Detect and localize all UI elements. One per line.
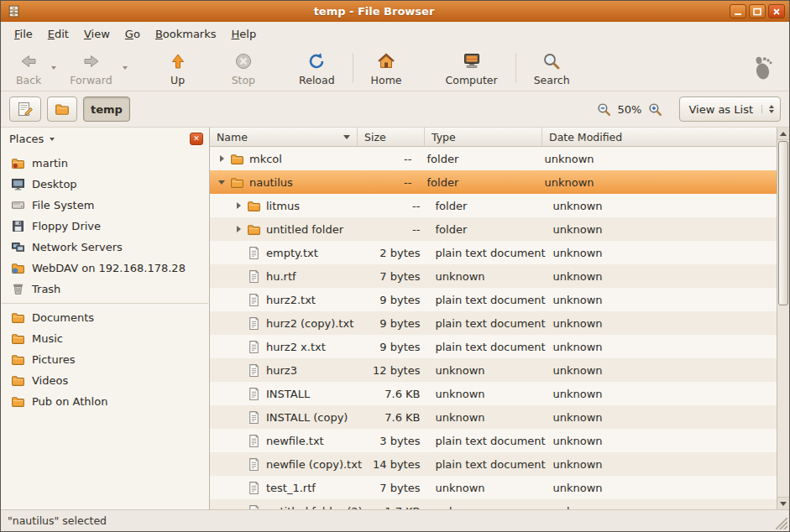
webdav-icon <box>11 261 25 275</box>
file-type: plain text document <box>429 247 547 259</box>
file-row[interactable]: INSTALL7.6 KBunknownunknown <box>210 382 777 405</box>
menu-view[interactable]: View <box>76 23 118 44</box>
computer-button[interactable]: Computer <box>437 47 506 89</box>
back-icon <box>18 50 39 73</box>
sidebar-item[interactable]: Documents <box>1 307 209 328</box>
back-history-dropdown[interactable] <box>50 47 61 89</box>
file-row[interactable]: newfile.txt3 bytesplain text documentunk… <box>210 429 777 452</box>
expander-collapsed-icon[interactable] <box>215 155 228 162</box>
file-icon <box>247 246 261 260</box>
titlebar[interactable]: temp - File Browser <box>1 1 789 22</box>
file-row[interactable]: untitled folder--folderunknown <box>210 217 777 241</box>
file-size: 7 bytes <box>362 270 429 283</box>
file-row[interactable]: hurz312 bytesunknownunknown <box>210 358 777 382</box>
vertical-scrollbar <box>777 128 789 509</box>
search-button[interactable]: Search <box>526 47 578 89</box>
file-date-modified: unknown <box>547 317 777 330</box>
zoom-in-button[interactable] <box>648 102 662 117</box>
file-row[interactable]: newfile (copy).txt14 bytesplain text doc… <box>210 452 777 476</box>
path-button-current[interactable]: temp <box>83 96 130 122</box>
sidebar-item[interactable]: Music <box>1 328 209 349</box>
forward-button[interactable]: Forward <box>61 47 120 89</box>
sort-descending-icon <box>343 135 350 139</box>
file-row[interactable]: nautilus--folderunknown <box>210 170 777 194</box>
file-type: unknown <box>429 270 547 283</box>
scroll-up-button[interactable] <box>777 128 789 140</box>
file-icon <box>247 457 261 472</box>
column-header-size[interactable]: Size <box>358 128 425 146</box>
minimize-button[interactable] <box>730 4 746 18</box>
zoom-in-icon <box>648 102 662 117</box>
file-row[interactable]: hurz2 x.txt9 bytesplain text documentunk… <box>210 335 777 358</box>
zoom-out-button[interactable] <box>597 102 611 117</box>
sidebar-item[interactable]: Pictures <box>1 349 209 370</box>
sidebar-item[interactable]: File System <box>1 195 209 216</box>
expander-collapsed-icon[interactable] <box>232 226 245 232</box>
expander-expanded-icon[interactable] <box>215 180 228 185</box>
file-row[interactable]: untitled folder (2)1.7 KBunknownunknown <box>210 499 777 509</box>
folder-icon <box>55 102 70 117</box>
resize-grip[interactable] <box>776 518 787 529</box>
scrollbar-track[interactable] <box>777 140 789 497</box>
sidebar-item[interactable]: Floppy Drive <box>1 216 209 237</box>
folder-icon <box>11 331 25 346</box>
scrollbar-thumb[interactable] <box>778 141 788 305</box>
file-row[interactable]: hurz2 (copy).txt9 bytesplain text docume… <box>210 311 777 335</box>
file-row[interactable]: hurz2.txt9 bytesplain text documentunkno… <box>210 288 777 311</box>
menu-bookmarks[interactable]: Bookmarks <box>148 23 224 44</box>
file-name: mkcol <box>249 153 282 165</box>
column-header-name[interactable]: Name <box>210 128 358 146</box>
sidebar-close-button[interactable]: ✕ <box>190 133 203 145</box>
file-size: 12 bytes <box>362 364 429 377</box>
column-header-date-modified[interactable]: Date Modified <box>542 128 777 146</box>
close-button[interactable] <box>768 4 785 18</box>
expander-collapsed-icon[interactable] <box>232 202 245 209</box>
stop-button[interactable]: Stop <box>223 47 264 89</box>
file-row[interactable]: test_1.rtf7 bytesunknownunknown <box>210 476 777 499</box>
file-row[interactable]: INSTALL (copy)7.6 KBunknownunknown <box>210 405 777 429</box>
file-row[interactable]: empty.txt2 bytesplain text documentunkno… <box>210 241 777 264</box>
throbber-icon <box>746 47 782 89</box>
view-mode-select[interactable]: View as List <box>679 96 781 122</box>
scroll-down-button[interactable] <box>777 497 789 509</box>
reload-button[interactable]: Reload <box>290 47 343 89</box>
menu-help[interactable]: Help <box>224 23 264 44</box>
sidebar-item-label: Documents <box>32 311 94 324</box>
folder-icon <box>11 373 25 388</box>
file-icon <box>247 363 261 378</box>
toggle-location-entry-button[interactable] <box>9 96 41 122</box>
sidebar-item[interactable]: Network Servers <box>1 237 209 258</box>
sidebar-item[interactable]: Videos <box>1 370 209 391</box>
column-header-type[interactable]: Type <box>425 128 542 146</box>
menu-edit[interactable]: Edit <box>40 23 76 44</box>
file-name: INSTALL <box>266 388 310 400</box>
up-button[interactable]: Up <box>160 47 196 89</box>
places-selector[interactable]: Places <box>9 133 44 145</box>
file-size: 3 bytes <box>362 435 429 447</box>
sidebar-item[interactable]: Trash <box>1 279 209 300</box>
menu-file[interactable]: File <box>7 23 40 44</box>
forward-label: Forward <box>70 74 112 86</box>
sidebar-item[interactable]: Desktop <box>1 174 209 195</box>
file-row[interactable]: hu.rtf7 bytesunknownunknown <box>210 264 777 288</box>
maximize-button[interactable] <box>749 4 766 18</box>
sidebar-item[interactable]: Pub on Athlon <box>1 391 209 412</box>
search-label: Search <box>534 74 570 86</box>
back-button[interactable]: Back <box>8 47 50 89</box>
path-root-button[interactable] <box>47 96 77 122</box>
file-row[interactable]: mkcol--folderunknown <box>210 147 777 170</box>
column-label: Date Modified <box>549 131 622 143</box>
desktop-icon <box>11 177 25 191</box>
sidebar-item[interactable]: martin <box>1 153 209 174</box>
file-row[interactable]: litmus--folderunknown <box>210 194 777 217</box>
forward-history-dropdown[interactable] <box>121 47 133 89</box>
home-button[interactable]: Home <box>363 47 411 89</box>
window-icon <box>7 4 21 18</box>
sidebar-item-label: Network Servers <box>32 241 123 253</box>
file-date-modified: unknown <box>547 200 777 212</box>
file-icon <box>247 269 261 284</box>
sidebar-item[interactable]: WebDAV on 192.168.178.28 <box>1 258 209 279</box>
file-name: INSTALL (copy) <box>266 411 348 424</box>
menu-go[interactable]: Go <box>118 23 148 44</box>
file-size: 2 bytes <box>362 247 429 259</box>
